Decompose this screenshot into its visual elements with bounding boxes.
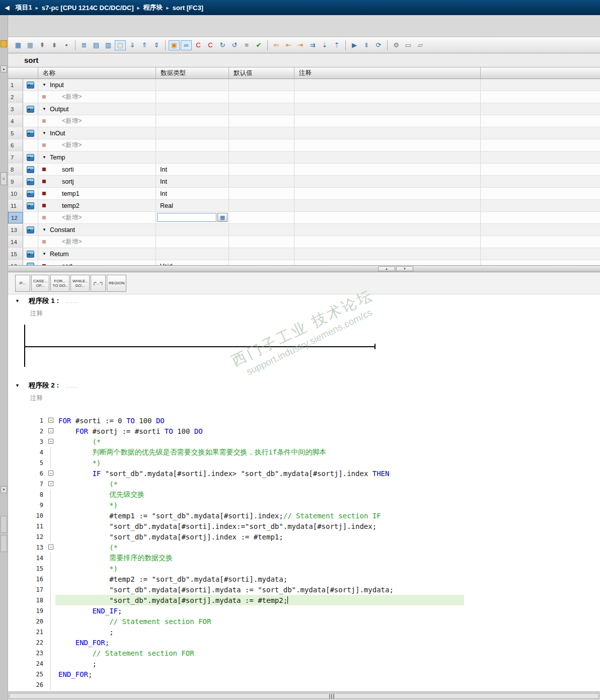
type-cell[interactable]: Int — [156, 188, 229, 199]
table-row[interactable]: 6<新增> — [8, 139, 600, 151]
row-number[interactable]: 2 — [8, 91, 23, 103]
compile-icon[interactable]: ✔ — [253, 40, 264, 50]
table-row[interactable]: 7▼Temp — [8, 151, 600, 164]
comment-cell[interactable] — [294, 127, 481, 139]
sync-start-values-icon[interactable]: ⇕ — [151, 40, 162, 50]
scroll-up-button[interactable]: ▲ — [1, 65, 7, 72]
table-row[interactable]: 8sortiInt — [8, 164, 600, 176]
row-number[interactable]: 15 — [8, 248, 23, 260]
name-cell[interactable]: ▼Output — [38, 103, 156, 115]
default-value-cell[interactable] — [229, 200, 294, 211]
network1-comment[interactable]: 注释 — [30, 309, 600, 319]
update-block-calls-icon[interactable]: ↻ — [217, 40, 228, 50]
snippet-button-region[interactable]: REGION — [107, 275, 127, 292]
expand-members-icon[interactable]: ≣ — [79, 40, 90, 50]
fold-collapse-icon[interactable]: - — [48, 481, 53, 486]
default-value-cell[interactable] — [229, 91, 294, 103]
name-cell[interactable]: <新增> — [38, 212, 156, 223]
insert-row-below-icon[interactable]: ⇟ — [49, 40, 60, 50]
snippet-button-for[interactable]: FOR...TO DO.. — [50, 275, 69, 292]
next-network-icon[interactable]: ⇣ — [319, 40, 330, 50]
side-tab-2[interactable] — [1, 535, 7, 552]
name-cell[interactable]: <新增> — [38, 236, 156, 248]
comment-cell[interactable] — [294, 79, 481, 91]
expand-triangle-icon[interactable]: ▼ — [42, 227, 47, 232]
type-cell[interactable] — [156, 79, 229, 91]
table-row[interactable]: 12<新增>▦ — [8, 212, 600, 224]
code-line[interactable]: 26 — [19, 679, 600, 690]
type-cell[interactable] — [156, 91, 229, 103]
apply-snapshot-icon[interactable]: ▥ — [103, 40, 114, 50]
type-cell[interactable] — [156, 236, 229, 248]
network1-header[interactable]: ▼ 程序段 1 : ..... — [8, 295, 600, 306]
header-cell-datatype[interactable]: 数据类型 — [156, 67, 229, 79]
fold-collapse-icon[interactable]: - — [48, 471, 53, 476]
horizontal-scrollbar[interactable] — [8, 691, 600, 700]
name-cell[interactable]: ▼Temp — [38, 151, 156, 163]
fold-collapse-icon[interactable]: - — [48, 545, 53, 550]
default-value-cell[interactable] — [229, 79, 294, 91]
expand-triangle-icon[interactable]: ▼ — [42, 155, 47, 160]
splitter-collapse-up-button[interactable]: ▲ — [378, 266, 395, 271]
type-cell[interactable] — [156, 139, 229, 151]
code-line[interactable]: 18 "sort_db".mydata[#sortj].mydata := #t… — [19, 595, 600, 605]
side-tab-1[interactable] — [1, 516, 7, 533]
comment-cell[interactable] — [294, 212, 481, 223]
code-line[interactable]: 7- (* — [19, 479, 600, 489]
snapshot-values-icon[interactable]: ▤ — [91, 40, 102, 50]
default-value-cell[interactable] — [229, 139, 294, 151]
previous-error-icon[interactable]: C — [193, 40, 204, 50]
header-cell-comment[interactable]: 注释 — [294, 67, 481, 79]
table-row[interactable]: 10temp1Int — [8, 188, 600, 200]
default-value-cell[interactable] — [229, 212, 294, 223]
row-number[interactable]: 13 — [8, 224, 23, 236]
type-cell[interactable] — [156, 127, 229, 139]
code-line[interactable]: 25END_FOR; — [19, 669, 600, 679]
header-cell-name[interactable]: 名称 — [38, 67, 156, 79]
library-icon[interactable]: ▱ — [415, 40, 426, 50]
code-line[interactable]: 4 判断两个数据的优先级是否需要交换如果需要交换，执行if条件中间的脚本 — [19, 447, 600, 457]
type-cell[interactable]: Int — [156, 176, 229, 187]
default-value-cell[interactable] — [229, 236, 294, 248]
comment-toggle-icon[interactable]: ▢ — [115, 40, 126, 50]
comment-cell[interactable] — [294, 139, 481, 151]
code-line[interactable]: 10 #temp1 := "sort_db".mydata[#sorti].in… — [19, 510, 600, 521]
type-cell[interactable] — [156, 115, 229, 127]
code-line[interactable]: 11 "sort_db".mydata[#sorti].index:="sort… — [19, 521, 600, 531]
comment-cell[interactable] — [294, 188, 481, 199]
default-value-cell[interactable] — [229, 103, 294, 115]
fold-collapse-icon[interactable]: - — [48, 418, 53, 423]
expand-triangle-icon[interactable]: ▼ — [42, 83, 47, 87]
code-line[interactable]: 9 *) — [19, 500, 600, 510]
row-number[interactable]: 7 — [8, 151, 23, 163]
back-arrow-icon[interactable]: ◀ — [5, 5, 9, 11]
comment-cell[interactable] — [294, 260, 481, 265]
fold-collapse-icon[interactable]: - — [48, 428, 53, 433]
network-wire[interactable] — [24, 346, 376, 347]
table-row[interactable]: 16sortVoid — [8, 260, 600, 265]
upload-start-values-icon[interactable]: ⇑ — [139, 40, 150, 50]
snippet-button-comment[interactable]: (*...*) — [91, 275, 106, 292]
row-number[interactable]: 6 — [8, 139, 23, 151]
code-line[interactable]: 5 *) — [19, 457, 600, 468]
row-number[interactable]: 11 — [8, 200, 23, 211]
name-cell[interactable]: temp1 — [38, 188, 156, 199]
comment-cell[interactable] — [294, 115, 481, 127]
table-row[interactable]: 4<新增> — [8, 115, 600, 127]
breadcrumb-item[interactable]: sort [FC3] — [173, 4, 203, 12]
default-value-cell[interactable] — [229, 260, 294, 265]
code-line[interactable]: 2- FOR #sortj := #sorti TO 100 DO — [19, 426, 600, 436]
type-edit-input[interactable] — [157, 213, 216, 222]
delete-row-icon[interactable]: ▦ — [25, 40, 36, 50]
code-line[interactable]: 19 END_IF; — [19, 605, 600, 616]
snippet-button-if[interactable]: IF... — [15, 275, 30, 292]
table-row[interactable]: 11temp2Real — [8, 200, 600, 212]
network1-collapse-icon[interactable]: ▼ — [15, 298, 20, 303]
code-line[interactable]: 24 ; — [19, 658, 600, 669]
go-to-definition-icon[interactable]: ⇤ — [283, 40, 294, 50]
next-error-icon[interactable]: C — [205, 40, 216, 50]
fold-gutter[interactable]: - — [47, 426, 55, 436]
default-value-cell[interactable] — [229, 127, 294, 139]
name-cell[interactable]: sortj — [38, 176, 156, 187]
row-number[interactable]: 3 — [8, 103, 23, 115]
